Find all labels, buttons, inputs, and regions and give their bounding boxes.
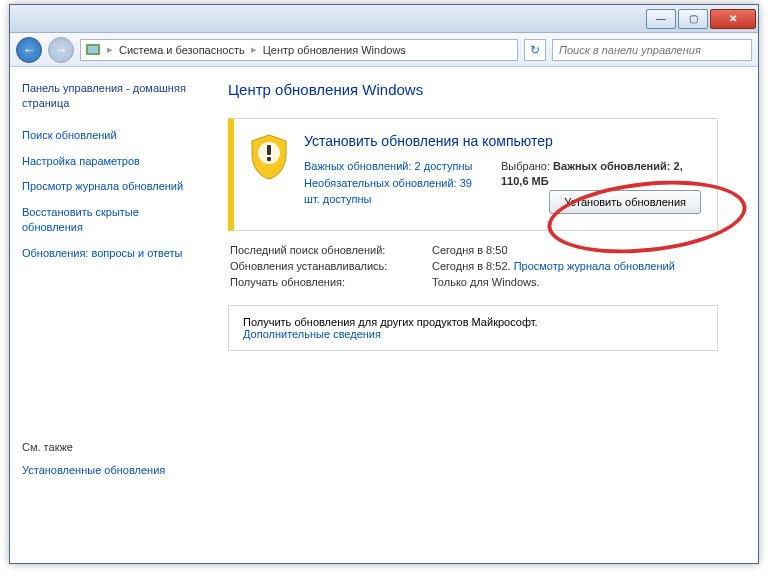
detail-value: Только для Windows. (432, 275, 716, 289)
breadcrumb-item-1[interactable]: Система и безопасность (119, 44, 245, 56)
breadcrumb-item-2[interactable]: Центр обновления Windows (263, 44, 406, 56)
selected-label: Выбрано: (501, 160, 553, 172)
main-panel: Центр обновления Windows Установить обно… (210, 67, 758, 563)
page-title: Центр обновления Windows (228, 81, 736, 98)
install-updates-button[interactable]: Установить обновления (549, 190, 701, 214)
minimize-button[interactable]: — (646, 9, 676, 29)
svg-rect-4 (267, 157, 271, 161)
refresh-button[interactable]: ↻ (524, 39, 546, 61)
sidebar-link-installed-updates[interactable]: Установленные обновления (22, 463, 198, 478)
back-button[interactable]: ← (16, 37, 42, 63)
shield-warning-icon (248, 133, 290, 181)
selected-summary: Выбрано: Важных обновлений: 2, 110,6 МБ … (501, 159, 701, 214)
nav-bar: ← → ▸ Система и безопасность ▸ Центр обн… (10, 33, 758, 67)
optional-updates-link[interactable]: Необязательных обновлений: 39 шт. доступ… (304, 176, 481, 207)
svg-rect-3 (267, 145, 271, 155)
chevron-right-icon: ▸ (251, 43, 257, 56)
detail-label: Последний поиск обновлений: (230, 243, 430, 257)
sidebar-link-check-updates[interactable]: Поиск обновлений (22, 128, 198, 143)
detail-value: Сегодня в 8:52. Просмотр журнала обновле… (432, 259, 716, 273)
chevron-right-icon: ▸ (107, 43, 113, 56)
detail-label: Получать обновления: (230, 275, 430, 289)
sidebar-link-faq[interactable]: Обновления: вопросы и ответы (22, 246, 198, 261)
title-bar: — ▢ ✕ (10, 5, 758, 33)
promo-text: Получить обновления для других продуктов… (243, 316, 703, 328)
detail-label: Обновления устанавливались: (230, 259, 430, 273)
other-products-box: Получить обновления для других продуктов… (228, 305, 718, 351)
breadcrumb[interactable]: ▸ Система и безопасность ▸ Центр обновле… (80, 39, 518, 61)
search-input[interactable] (552, 39, 752, 61)
maximize-button[interactable]: ▢ (678, 9, 708, 29)
see-also-heading: См. также (22, 441, 198, 453)
update-alert-box: Установить обновления на компьютер Важны… (228, 118, 718, 231)
detail-value: Сегодня в 8:50 (432, 243, 716, 257)
detail-row-last-install: Обновления устанавливались: Сегодня в 8:… (230, 259, 716, 273)
sidebar-link-change-settings[interactable]: Настройка параметров (22, 154, 198, 169)
important-updates-link[interactable]: Важных обновлений: 2 доступны (304, 159, 481, 174)
alert-content: Установить обновления на компьютер Важны… (304, 133, 701, 214)
sidebar-link-view-history[interactable]: Просмотр журнала обновлений (22, 179, 198, 194)
forward-button[interactable]: → (48, 37, 74, 63)
close-button[interactable]: ✕ (710, 9, 756, 29)
detail-row-receive-for: Получать обновления: Только для Windows. (230, 275, 716, 289)
sidebar-link-restore-hidden[interactable]: Восстановить скрытые обновления (22, 205, 198, 235)
content-body: Панель управления - домашняя страница По… (10, 67, 758, 563)
control-panel-home-link[interactable]: Панель управления - домашняя страница (22, 81, 198, 112)
detail-row-last-check: Последний поиск обновлений: Сегодня в 8:… (230, 243, 716, 257)
learn-more-link[interactable]: Дополнительные сведения (243, 328, 703, 340)
window: — ▢ ✕ ← → ▸ Система и безопасность ▸ Цен… (9, 4, 759, 564)
view-history-link[interactable]: Просмотр журнала обновлений (514, 260, 675, 272)
alert-headline: Установить обновления на компьютер (304, 133, 701, 149)
update-details-table: Последний поиск обновлений: Сегодня в 8:… (228, 241, 718, 291)
control-panel-icon (85, 42, 101, 58)
sidebar: Панель управления - домашняя страница По… (10, 67, 210, 563)
svg-rect-1 (88, 46, 98, 53)
